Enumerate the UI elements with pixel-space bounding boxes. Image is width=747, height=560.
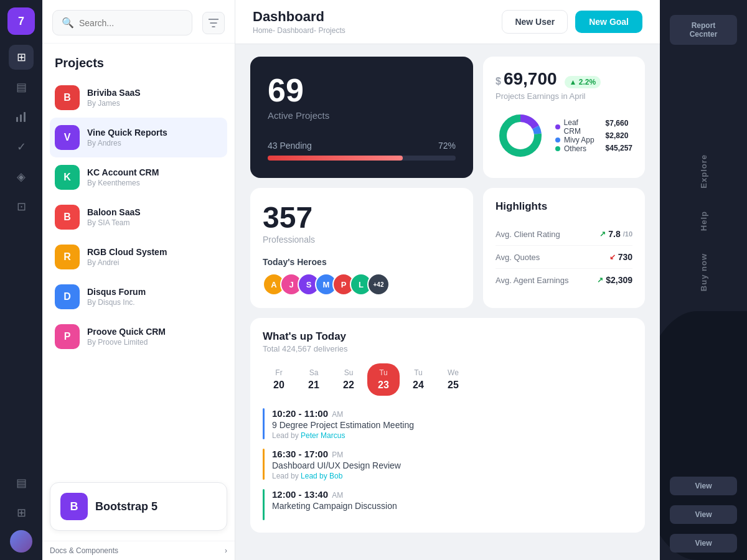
sidebar-icon-grid[interactable]: ▤ <box>9 75 34 100</box>
active-projects-card: 69 Active Projects 43 Pending 72% <box>250 57 473 178</box>
topbar-left: Dashboard Home- Dashboard- Projects <box>253 9 345 35</box>
event-item: 10:20 - 11:00 AM 9 Degree Project Estima… <box>263 408 632 440</box>
project-logo: P <box>55 324 80 349</box>
legend-values: $7,660 $2,820 $45,257 <box>606 119 632 152</box>
event-line <box>263 449 265 480</box>
view-button-2[interactable]: View <box>670 505 737 524</box>
project-item[interactable]: B Baloon SaaS By SIA Team <box>50 197 227 237</box>
event-title: Marketing Campaign Discussion <box>272 501 397 511</box>
project-item[interactable]: D Disqus Forum By Disqus Inc. <box>50 277 227 317</box>
event-ampm: AM <box>332 410 343 419</box>
event-time: 10:20 - 11:00 AM <box>272 408 414 419</box>
cal-day-num: 25 <box>448 380 459 391</box>
project-logo: D <box>55 284 80 309</box>
svg-rect-0 <box>16 117 18 122</box>
sidebar-icon-chart[interactable] <box>9 105 34 129</box>
cal-day-name: Su <box>344 368 354 377</box>
calendar-day[interactable]: Su 22 <box>332 363 365 396</box>
sidebar-icon-layers[interactable]: ◈ <box>9 164 34 189</box>
project-author: By Keenthemes <box>87 179 159 187</box>
professionals-label: Professionals <box>263 235 461 245</box>
projects-title: Projects <box>42 44 235 78</box>
project-name: Proove Quick CRM <box>87 327 166 337</box>
earnings-card: $ 69,700 ▲ 2.2% Projects Earnings in Apr… <box>483 57 645 178</box>
event-item: 16:30 - 17:00 PM Dashboard UI/UX Design … <box>263 449 632 480</box>
heroes-avatars: AJSMPL+42 <box>263 273 461 296</box>
calendar-days: Fr 20 Sa 21 Su 22 Tu 23 Tu 24 We 25 <box>263 363 632 396</box>
projects-search-area: 🔍 <box>42 0 235 44</box>
filter-button[interactable] <box>202 12 225 34</box>
project-logo: B <box>55 205 80 230</box>
legend-item-leaf: Leaf CRM <box>555 118 596 136</box>
cal-day-name: We <box>448 368 459 377</box>
event-lead-link[interactable]: Lead by Bob <box>301 472 342 480</box>
legend-item-mivy: Mivy App <box>555 136 596 144</box>
search-input[interactable] <box>79 18 183 28</box>
project-author: By James <box>87 99 141 108</box>
project-author: By Andres <box>87 139 167 147</box>
highlight-value-quotes: ↙ 730 <box>609 252 632 262</box>
project-item[interactable]: B Briviba SaaS By James <box>50 78 227 118</box>
search-icon: 🔍 <box>62 17 74 29</box>
project-name: Vine Quick Reports <box>87 128 167 138</box>
sidebar-icon-home[interactable]: ⊞ <box>9 45 34 70</box>
calendar-day[interactable]: Fr 20 <box>263 363 295 396</box>
project-info: Briviba SaaS By James <box>87 88 141 108</box>
help-tab[interactable]: Help <box>690 200 717 242</box>
bootstrap-banner[interactable]: B Bootstrap 5 <box>50 482 227 531</box>
sidebar-icon-box[interactable]: ⊡ <box>9 194 34 219</box>
legend-dot-mivy <box>555 138 560 142</box>
view-button-1[interactable]: View <box>670 477 737 495</box>
professionals-number: 357 <box>263 200 461 235</box>
topbar-actions: New User New Goal <box>502 10 642 34</box>
report-center-button[interactable]: Report Cecnter <box>670 15 737 45</box>
right-sidebar: Report Cecnter Explore Help Buy now View… <box>660 0 747 560</box>
project-item[interactable]: P Proove Quick CRM By Proove Limited <box>50 317 227 357</box>
project-name: KC Account CRM <box>87 167 159 177</box>
event-line <box>263 408 265 439</box>
project-info: Proove Quick CRM By Proove Limited <box>87 327 166 347</box>
project-name: Briviba SaaS <box>87 88 141 98</box>
highlight-label-earnings: Avg. Agent Earnings <box>496 276 569 285</box>
calendar-day[interactable]: Tu 24 <box>402 363 435 396</box>
project-name: RGB Cloud System <box>87 247 167 257</box>
event-lead: Lead by Lead by Bob <box>272 472 401 480</box>
whats-today-title: What's up Today <box>263 330 632 343</box>
project-item[interactable]: V Vine Quick Reports By Andres <box>50 118 227 157</box>
project-info: Disqus Forum By Disqus Inc. <box>87 287 146 307</box>
row-2: 357 Professionals Today's Heroes AJSMPL+… <box>250 188 645 308</box>
bootstrap-logo: B <box>60 493 88 520</box>
dashboard-body: 69 Active Projects 43 Pending 72% $ 69,7… <box>235 44 660 560</box>
project-item[interactable]: R RGB Cloud System By Andrei <box>50 237 227 277</box>
project-info: Baloon SaaS By SIA Team <box>87 207 141 227</box>
earnings-label: Projects Earnings in April <box>496 91 632 101</box>
sidebar-user-number[interactable]: 7 <box>7 7 35 35</box>
view-button-3[interactable]: View <box>670 534 737 553</box>
earnings-badge: ▲ 2.2% <box>565 76 601 88</box>
project-item[interactable]: K KC Account CRM By Keenthemes <box>50 157 227 197</box>
sidebar-icon-message[interactable]: ▤ <box>9 470 34 495</box>
highlight-value-earnings: ↗ $2,309 <box>597 275 632 285</box>
search-bar[interactable]: 🔍 <box>52 10 192 35</box>
legend: Leaf CRM Mivy App Others <box>555 118 596 153</box>
sidebar-icon-settings[interactable]: ⊞ <box>9 500 34 525</box>
calendar-day[interactable]: We 25 <box>437 363 469 396</box>
buy-now-tab[interactable]: Buy now <box>690 242 717 302</box>
new-user-button[interactable]: New User <box>502 10 568 34</box>
explore-tab[interactable]: Explore <box>690 143 717 200</box>
professionals-card: 357 Professionals Today's Heroes AJSMPL+… <box>250 188 473 308</box>
cal-day-name: Tu <box>414 368 423 377</box>
new-goal-button[interactable]: New Goal <box>575 11 642 33</box>
sidebar-user-avatar[interactable] <box>10 530 32 553</box>
trend-up-icon: ↗ <box>599 230 606 238</box>
docs-label: Docs & Components <box>50 546 118 555</box>
trend-down-icon: ↙ <box>609 253 616 261</box>
sidebar-left: 7 ⊞ ▤ ✓ ◈ ⊡ ▤ ⊞ <box>0 0 42 560</box>
calendar-day[interactable]: Tu 23 <box>367 363 400 396</box>
docs-row[interactable]: Docs & Components › <box>42 541 235 560</box>
event-lead-link[interactable]: Peter Marcus <box>301 431 345 440</box>
calendar-day[interactable]: Sa 21 <box>298 363 330 396</box>
event-content: 12:00 - 13:40 AM Marketing Campaign Disc… <box>272 489 397 511</box>
project-author: By Disqus Inc. <box>87 298 146 307</box>
sidebar-icon-check[interactable]: ✓ <box>9 134 34 159</box>
